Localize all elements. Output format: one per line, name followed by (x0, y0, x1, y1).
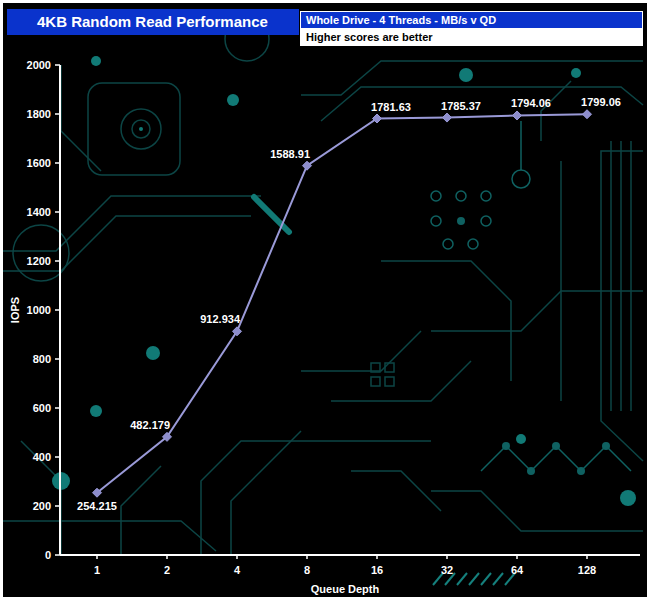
page-title: 4KB Random Read Performance (7, 9, 299, 35)
chart-legend-box: Whole Drive - 4 Threads - MB/s v QD High… (300, 11, 643, 46)
data-point-marker (513, 111, 522, 120)
x-tick-label: 128 (578, 564, 596, 576)
y-tick-label: 1000 (27, 304, 51, 316)
data-point-marker (583, 110, 592, 119)
y-tick-label: 1800 (27, 108, 51, 120)
data-point-label: 482.179 (130, 419, 170, 431)
line-chart: 0200400600800100012001400160018002000124… (3, 3, 647, 597)
chart-note: Higher scores are better (300, 29, 643, 46)
y-tick-label: 0 (45, 549, 51, 561)
y-tick-label: 800 (33, 353, 51, 365)
data-point-label: 1588.91 (270, 148, 310, 160)
y-tick-label: 600 (33, 402, 51, 414)
x-tick-label: 32 (441, 564, 453, 576)
x-tick-label: 8 (304, 564, 310, 576)
x-axis-title: Queue Depth (311, 583, 380, 595)
y-tick-label: 1200 (27, 255, 51, 267)
data-point-label: 1781.63 (371, 101, 411, 113)
x-tick-label: 1 (94, 564, 100, 576)
y-tick-label: 1600 (27, 157, 51, 169)
x-tick-label: 4 (234, 564, 241, 576)
data-point-label: 1799.06 (581, 96, 621, 108)
data-point-label: 1785.37 (441, 100, 481, 112)
data-point-label: 1794.06 (511, 97, 551, 109)
y-tick-label: 2000 (27, 59, 51, 71)
y-axis-title: IOPS (9, 297, 21, 323)
y-tick-label: 200 (33, 500, 51, 512)
chart-window: 0200400600800100012001400160018002000124… (0, 0, 650, 600)
x-tick-label: 16 (371, 564, 383, 576)
x-tick-label: 64 (511, 564, 524, 576)
data-point-label: 254.215 (77, 500, 117, 512)
data-point-label: 912.934 (200, 313, 241, 325)
data-point-marker (443, 113, 452, 122)
y-tick-label: 400 (33, 451, 51, 463)
y-tick-label: 1400 (27, 206, 51, 218)
x-tick-label: 2 (164, 564, 170, 576)
chart-subtitle: Whole Drive - 4 Threads - MB/s v QD (300, 11, 643, 29)
